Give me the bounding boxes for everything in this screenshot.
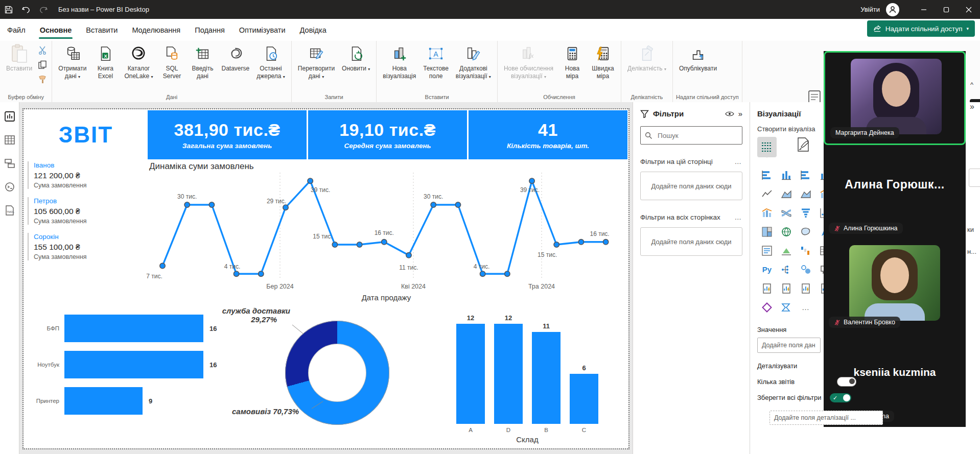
publish-button[interactable]: Опублікувати <box>676 43 720 75</box>
python-visual-icon[interactable]: Py <box>757 260 777 279</box>
table-view-icon[interactable] <box>4 134 16 146</box>
excel-button[interactable]: XКнигаExcel <box>90 43 120 82</box>
format-painter-icon[interactable] <box>36 74 49 86</box>
close-button[interactable] <box>958 0 980 19</box>
more-visuals-ribbon-button[interactable]: Додатковівізуалізації ▾ <box>453 43 494 82</box>
sql-server-button[interactable]: SQLServer <box>157 43 186 82</box>
kpi-total-orders[interactable]: 381,90 тис.₴ Загальна сума замовлень <box>148 110 307 159</box>
model-view-icon[interactable] <box>4 157 16 170</box>
bar-row[interactable]: БФП16 <box>27 315 231 342</box>
decomposition-tree-icon[interactable] <box>777 260 796 279</box>
filled-map-icon[interactable] <box>796 222 815 241</box>
bar-row[interactable]: Принтер9 <box>27 387 231 415</box>
tab-file[interactable]: Файл <box>0 19 33 41</box>
quick-measure-button[interactable]: Швидкаміра <box>588 43 618 82</box>
waterfall-chart-icon[interactable] <box>796 241 815 260</box>
dataverse-button[interactable]: Dataverse <box>218 43 252 75</box>
key-influencers-icon[interactable] <box>796 260 815 279</box>
collapse-pane-icon[interactable]: » <box>738 109 742 118</box>
enter-data-button[interactable]: Введітьдані <box>188 43 217 82</box>
power-apps-icon[interactable] <box>757 298 777 317</box>
paginated-report-icon[interactable] <box>757 279 777 298</box>
pane-collapse-chevrons[interactable]: » <box>970 102 974 111</box>
format-visual-icon[interactable] <box>796 137 810 152</box>
participant-tile[interactable]: Алина Горюшк... Алина Горюшкина <box>824 145 966 239</box>
new-measure-button[interactable]: Новаміра <box>557 43 587 82</box>
share-button[interactable]: Надати спільний доступ ▾ <box>867 20 975 37</box>
tab-insert[interactable]: Вставити <box>79 19 125 41</box>
column[interactable]: 12 <box>494 314 523 424</box>
stacked-bar-chart-icon[interactable] <box>757 165 777 184</box>
filters-page-dropzone[interactable]: Додайте поля даних сюди <box>640 172 742 200</box>
slicer-icon[interactable] <box>757 241 777 260</box>
treemap-icon[interactable] <box>757 222 777 241</box>
multi-row-card-icon[interactable] <box>757 137 777 157</box>
participant-tile[interactable]: Валентин Бровко <box>824 239 966 333</box>
stacked-area-chart-icon[interactable] <box>796 184 815 203</box>
column[interactable]: 11 <box>532 322 561 424</box>
participant-tile[interactable]: Маргарита Дейнека <box>824 51 966 145</box>
multi-row-card[interactable]: Іванов 121 200,00 ₴ Сума замовлення Петр… <box>28 161 143 269</box>
filters-search-box[interactable] <box>640 126 742 145</box>
filters-all-dropzone[interactable]: Додайте поля даних сюди <box>640 227 742 256</box>
tab-view[interactable]: Подання <box>188 19 232 41</box>
report-page[interactable]: ЗВІТ 381,90 тис.₴ Загальна сума замовлен… <box>24 109 628 448</box>
line-chart[interactable]: Бер 2024Кві 2024Тра 20247 тис.30 тис.4 т… <box>146 170 628 306</box>
account-avatar-icon[interactable] <box>886 3 899 16</box>
copy-icon[interactable] <box>36 59 49 71</box>
quick-measure-visual-icon[interactable] <box>796 279 815 298</box>
new-visual-button[interactable]: Новавізуалізація <box>380 43 419 82</box>
sensitivity-button[interactable]: Делікатність ▾ <box>624 43 669 75</box>
more-visuals-icon[interactable]: … <box>796 298 815 317</box>
power-automate-icon[interactable] <box>777 298 796 317</box>
tab-help[interactable]: Довідка <box>293 19 334 41</box>
line-chart-icon[interactable] <box>757 184 777 203</box>
bar-row[interactable]: Ноутбук16 <box>27 351 231 378</box>
dax-query-view-icon[interactable] <box>4 181 16 193</box>
stacked-column-chart-icon[interactable] <box>777 165 796 184</box>
kpi-items-count[interactable]: 41 Кількість товарів, шт. <box>469 110 627 159</box>
column[interactable]: 12 <box>456 314 485 424</box>
refresh-button[interactable]: Оновити ▾ <box>339 43 373 75</box>
column-chart[interactable]: 1212116 ADBC Склад <box>446 306 609 444</box>
undo-icon[interactable] <box>17 0 35 19</box>
tmdl-view-icon[interactable]: TMDL <box>4 204 16 217</box>
report-title-card[interactable]: ЗВІТ <box>26 110 146 159</box>
tab-modeling[interactable]: Моделювання <box>125 19 188 41</box>
multi-reports-toggle[interactable] <box>837 377 856 387</box>
funnel-chart-icon[interactable] <box>796 203 815 222</box>
onelake-button[interactable]: КаталогOneLake ▾ <box>121 43 156 82</box>
more-options-icon[interactable]: … <box>735 213 743 221</box>
redo-icon[interactable] <box>35 0 52 19</box>
maximize-button[interactable] <box>935 0 958 19</box>
transform-data-button[interactable]: Перетворитидані ▾ <box>295 43 338 82</box>
text-box-button[interactable]: AТекстовеполе <box>420 43 452 82</box>
save-icon[interactable] <box>0 0 17 19</box>
kpi-icon[interactable] <box>777 241 796 260</box>
line-clustered-column-chart-icon[interactable] <box>757 203 777 222</box>
more-options-icon[interactable]: … <box>735 158 743 165</box>
clustered-bar-chart-icon[interactable] <box>796 165 815 184</box>
visual-calculation-button[interactable]: fxНове обчисленнявізуалізації ▾ <box>501 43 556 82</box>
drill-dropzone[interactable]: Додайте поля деталізації ... <box>769 411 883 425</box>
area-chart-icon[interactable] <box>777 184 796 203</box>
recent-sources-button[interactable]: Останніджерела ▾ <box>253 43 288 82</box>
tab-home[interactable]: Основне <box>33 19 79 41</box>
visual-calc-icon[interactable] <box>777 279 796 298</box>
clipboard-paste-button[interactable]: Вставити <box>3 43 35 75</box>
column[interactable]: 6 <box>570 364 598 424</box>
report-view-icon[interactable] <box>4 110 16 123</box>
keep-filters-toggle[interactable]: ✓ <box>830 393 851 402</box>
search-input[interactable] <box>657 131 730 140</box>
get-data-button[interactable]: Отриматидані ▾ <box>55 43 89 82</box>
kpi-average-order[interactable]: 19,10 тис.₴ Середня сума замовлень <box>308 110 467 159</box>
eye-icon[interactable] <box>725 111 734 117</box>
values-dropzone[interactable]: Додайте поля дан <box>757 338 821 353</box>
minimize-button[interactable] <box>913 0 935 19</box>
map-icon[interactable] <box>777 222 796 241</box>
bar-chart[interactable]: БФП16Ноутбук16Принтер9 <box>27 315 231 423</box>
cut-icon[interactable] <box>36 44 49 56</box>
pane-expand-caret[interactable]: ^ <box>970 81 973 88</box>
tab-optimize[interactable]: Оптимізувати <box>232 19 293 41</box>
ribbon-chart-icon[interactable] <box>777 203 796 222</box>
